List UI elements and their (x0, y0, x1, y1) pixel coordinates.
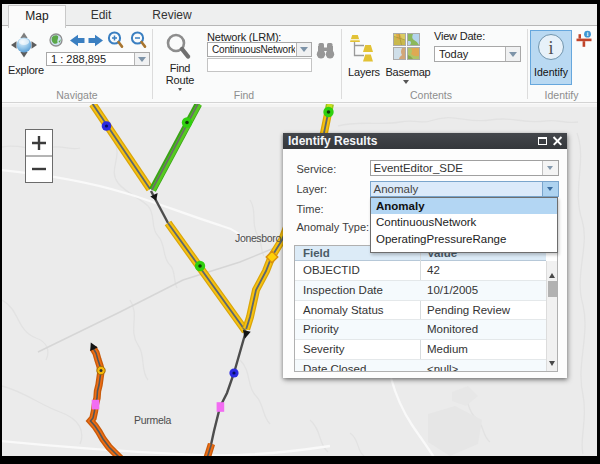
svg-text:Jonesboro: Jonesboro (235, 232, 281, 244)
svg-text:Purmela: Purmela (134, 414, 171, 426)
